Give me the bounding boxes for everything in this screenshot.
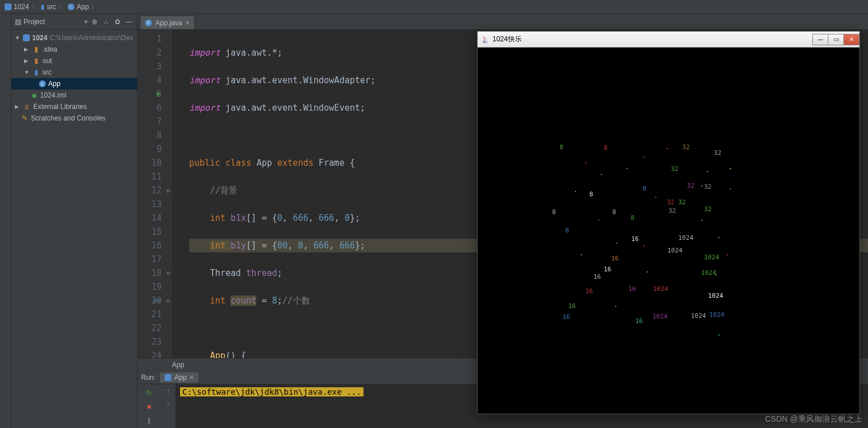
class-icon: C [145, 20, 152, 26]
down-icon[interactable]: ↓ [166, 399, 170, 407]
collapse-icon[interactable]: — [124, 17, 134, 26]
settings-icon[interactable]: ✿ [113, 17, 122, 26]
java-icon [481, 36, 489, 44]
app-icon [165, 374, 171, 381]
run-tab[interactable]: App × [160, 372, 198, 383]
run-gutter-icon[interactable]: ▶ [157, 87, 161, 101]
close-icon[interactable]: × [190, 373, 194, 382]
close-icon[interactable]: × [186, 19, 190, 27]
up-icon[interactable]: ↑ [166, 387, 170, 395]
awt-canvas: 8832328832323288832323232816102416102410… [478, 48, 859, 414]
pause-icon[interactable]: ‖ [143, 415, 155, 426]
locate-icon[interactable]: ⊕ [90, 17, 99, 26]
breadcrumb-item[interactable]: src [47, 3, 56, 11]
awt-title: 1024快乐 [492, 34, 810, 44]
run-label: Run: [141, 373, 155, 382]
tree-node-root[interactable]: ▼ 1024 C:\Users\Administrator\Des [11, 32, 137, 44]
breadcrumb-item[interactable]: App [77, 3, 89, 11]
stop-icon[interactable]: ■ [143, 401, 155, 413]
gutter[interactable]: 1234 5▶ 67891011 12⊟ 1314151617 18⊟19 20… [138, 30, 172, 358]
maximize-button[interactable]: ▭ [828, 34, 844, 45]
folder-icon: ▮ [41, 3, 45, 11]
project-sidebar: ▤ Project ▾ ⊕ ⛬ ✿ — ▼ 1024 C:\Users\Admi… [11, 14, 138, 428]
tree-node-scratches[interactable]: ✎Scratches and Consoles [11, 112, 137, 124]
project-selector-icon[interactable]: ▤ [15, 18, 21, 26]
project-icon [5, 3, 11, 10]
tree-node-app[interactable]: CApp [11, 78, 137, 90]
class-icon: C [39, 80, 46, 87]
awt-window[interactable]: 1024快乐 — ▭ ✕ 883232883232328883232323281… [477, 31, 860, 414]
rerun-icon[interactable]: ↻ [143, 387, 155, 399]
project-tree: ▼ 1024 C:\Users\Administrator\Des ▶▮.ide… [11, 30, 137, 126]
tree-node-iml[interactable]: ◆1024.iml [11, 90, 137, 101]
minimize-button[interactable]: — [812, 34, 828, 45]
override-gutter-icon[interactable]: o↑ [154, 294, 161, 308]
sidebar-title[interactable]: Project [24, 18, 82, 26]
left-tool-strip[interactable] [0, 14, 11, 428]
tree-node-idea[interactable]: ▶▮.idea [11, 44, 137, 55]
class-icon: C [68, 3, 75, 10]
tab-label: App.java [155, 19, 182, 27]
editor-tabs: C App.java × [138, 14, 868, 30]
tree-node-external[interactable]: ▶⫼External Libraries [11, 101, 137, 112]
tree-node-src[interactable]: ▼▮src [11, 67, 137, 78]
editor-tab[interactable]: C App.java × [140, 15, 195, 29]
close-button[interactable]: ✕ [843, 34, 859, 45]
tree-node-out[interactable]: ▶▮out [11, 55, 137, 67]
expand-icon[interactable]: ⛬ [101, 17, 111, 26]
svg-point-0 [483, 41, 488, 43]
breadcrumb: 1024 〉 ▮ src 〉 C App 〉 [0, 0, 868, 14]
awt-titlebar[interactable]: 1024快乐 — ▭ ✕ [478, 32, 859, 48]
breadcrumb-item[interactable]: 1024 [14, 3, 29, 11]
watermark: CSDN @乘风御浪云帆之上 [765, 414, 862, 425]
